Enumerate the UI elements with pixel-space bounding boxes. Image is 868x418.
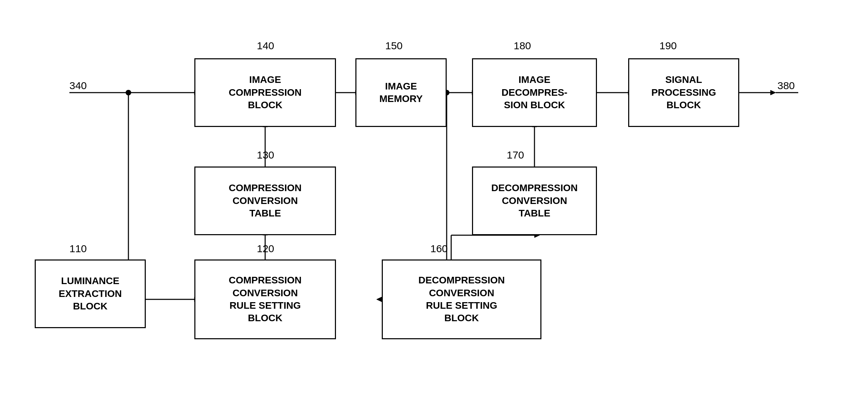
diagram: IMAGE COMPRESSION BLOCK IMAGE MEMORY IMA… bbox=[0, 0, 868, 418]
signal-processing-block: SIGNAL PROCESSING BLOCK bbox=[628, 58, 739, 127]
label-110: 110 bbox=[69, 243, 87, 255]
svg-marker-23 bbox=[377, 297, 382, 302]
label-190: 190 bbox=[659, 40, 677, 52]
label-150: 150 bbox=[385, 40, 403, 52]
image-compression-block: IMAGE COMPRESSION BLOCK bbox=[194, 58, 336, 127]
image-decompression-block: IMAGE DECOMPRES- SION BLOCK bbox=[472, 58, 597, 127]
label-160: 160 bbox=[430, 243, 448, 255]
label-120: 120 bbox=[257, 243, 274, 255]
label-180: 180 bbox=[514, 40, 531, 52]
label-380: 380 bbox=[777, 80, 795, 92]
label-340: 340 bbox=[69, 80, 87, 92]
image-memory-block: IMAGE MEMORY bbox=[355, 58, 447, 127]
luminance-extraction-block: LUMINANCE EXTRACTION BLOCK bbox=[35, 259, 146, 328]
label-140: 140 bbox=[257, 40, 274, 52]
decompression-conversion-table-block: DECOMPRESSION CONVERSION TABLE bbox=[472, 167, 597, 235]
label-170: 170 bbox=[507, 149, 524, 161]
svg-marker-13 bbox=[770, 90, 776, 95]
label-130: 130 bbox=[257, 149, 274, 161]
compression-conversion-table-block: COMPRESSION CONVERSION TABLE bbox=[194, 167, 336, 235]
compression-conversion-rule-block: COMPRESSION CONVERSION RULE SETTING BLOC… bbox=[194, 259, 336, 339]
decompression-conversion-rule-block: DECOMPRESSION CONVERSION RULE SETTING BL… bbox=[382, 259, 541, 339]
